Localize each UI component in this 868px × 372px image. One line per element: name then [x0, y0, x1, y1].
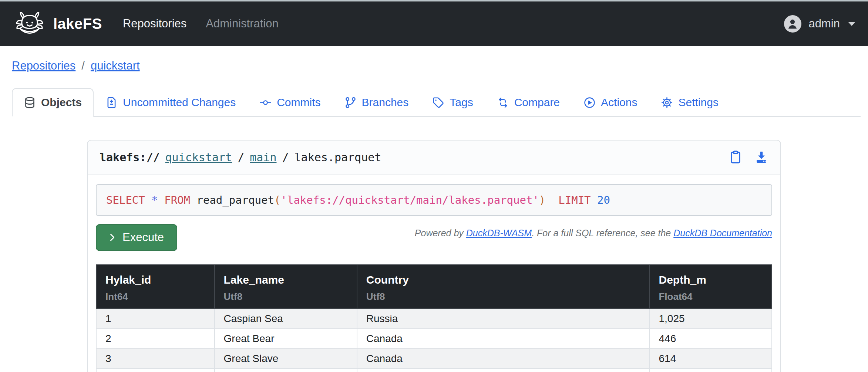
powered-by-middle: . For a full SQL reference, see the	[532, 228, 673, 238]
column-type: Utf8	[366, 291, 640, 302]
table-cell: 446	[649, 329, 772, 349]
breadcrumb-link-quickstart[interactable]: quickstart	[91, 59, 140, 72]
table-cell: Caspian Sea	[215, 309, 357, 329]
tab-label: Commits	[277, 96, 320, 109]
axolotl-logo-icon	[13, 9, 47, 38]
table-row: 1Caspian SeaRussia1,025	[96, 309, 772, 329]
object-path: lakefs:// quickstart / main / lakes.parq…	[100, 151, 381, 164]
database-icon	[24, 97, 36, 109]
path-ref-link[interactable]: main	[250, 151, 276, 164]
path-separator: /	[238, 151, 244, 164]
powered-by-prefix: Powered by	[415, 228, 466, 238]
sql-token-plain	[145, 194, 151, 206]
breadcrumb: Repositories/quickstart	[0, 46, 868, 72]
object-path-header: lakefs:// quickstart / main / lakes.parq…	[88, 141, 780, 175]
branch-icon	[344, 97, 357, 109]
tab-actions[interactable]: Actions	[572, 88, 649, 117]
sql-token-keyword: LIMIT	[558, 194, 591, 206]
user-menu[interactable]: admin	[784, 15, 855, 33]
duckdb-docs-link[interactable]: DuckDB Documentation	[673, 228, 772, 238]
tab-objects[interactable]: Objects	[12, 88, 94, 117]
nav-link-repositories[interactable]: Repositories	[123, 17, 186, 30]
tab-label: Compare	[514, 96, 560, 109]
column-name: Country	[366, 273, 640, 287]
sql-token-paren: (	[274, 194, 280, 206]
tab-label: Branches	[362, 96, 409, 109]
download-icon[interactable]	[754, 150, 768, 164]
tab-label: Uncommitted Changes	[123, 96, 236, 109]
chevron-right-icon	[107, 232, 117, 243]
table-cell: Canada	[357, 369, 650, 372]
object-actions	[729, 150, 768, 164]
table-cell: 614	[649, 349, 772, 369]
user-avatar	[784, 15, 801, 33]
sql-token-keyword: FROM	[164, 194, 190, 206]
sql-token-plain: read_parquet	[190, 194, 274, 206]
column-header-hylak-id: Hylak_idInt64	[96, 265, 215, 309]
repo-tab-bar: ObjectsUncommitted ChangesCommitsBranche…	[12, 88, 861, 117]
execute-label: Execute	[122, 231, 164, 244]
tab-branches[interactable]: Branches	[333, 88, 421, 117]
column-type: Utf8	[224, 291, 348, 302]
top-navbar: lakeFS RepositoriesAdministration admin	[0, 1, 868, 46]
column-name: Depth_m	[659, 273, 763, 287]
table-cell: 3	[96, 349, 215, 369]
execute-button[interactable]: Execute	[96, 224, 177, 251]
table-cell: Russia	[357, 309, 650, 329]
sql-token-plain	[158, 194, 164, 206]
table-cell: 4	[96, 369, 215, 372]
chevron-down-icon	[848, 22, 855, 26]
breadcrumb-link-repositories[interactable]: Repositories	[12, 59, 75, 72]
column-type: Float64	[659, 291, 763, 302]
table-cell: Canada	[357, 349, 650, 369]
lakefs-app-window: lakeFS RepositoriesAdministration admin …	[0, 0, 868, 372]
brand-title: lakeFS	[53, 16, 102, 32]
copy-icon[interactable]	[729, 150, 743, 164]
sql-token-plain	[545, 194, 558, 206]
sql-token-string: 'lakefs://quickstart/main/lakes.parquet'	[280, 194, 539, 206]
tab-label: Tags	[450, 96, 473, 109]
sql-token-number: 20	[597, 194, 610, 206]
tab-label: Settings	[678, 96, 718, 109]
sql-token-plain	[591, 194, 597, 206]
tab-label: Actions	[601, 96, 637, 109]
tab-commits[interactable]: Commits	[248, 88, 332, 117]
nav-link-administration[interactable]: Administration	[206, 17, 278, 30]
user-name: admin	[809, 17, 840, 30]
path-scheme: lakefs://	[100, 151, 160, 164]
table-row: 4WinnipegCanada36	[96, 369, 772, 372]
table-row: 3Great SlaveCanada614	[96, 349, 772, 369]
path-repo-link[interactable]: quickstart	[165, 151, 232, 164]
tag-icon	[432, 97, 444, 109]
tab-settings[interactable]: Settings	[649, 88, 730, 117]
compare-icon	[497, 97, 509, 109]
commit-icon	[259, 97, 272, 109]
sql-editor[interactable]: SELECT * FROM read_parquet('lakefs://qui…	[96, 184, 772, 216]
tab-uncommitted-changes[interactable]: Uncommitted Changes	[94, 88, 248, 117]
main-nav: RepositoriesAdministration	[123, 17, 279, 30]
column-header-country: CountryUtf8	[357, 265, 650, 309]
table-cell: Canada	[357, 329, 650, 349]
table-cell: Great Bear	[215, 329, 357, 349]
lakefs-brand[interactable]: lakeFS	[13, 9, 102, 38]
sql-token-paren: )	[539, 194, 545, 206]
column-name: Lake_name	[224, 273, 348, 287]
sql-token-keyword: SELECT	[106, 194, 145, 206]
table-cell: 2	[96, 329, 215, 349]
column-type: Int64	[105, 291, 205, 302]
gear-icon	[661, 97, 673, 109]
tab-label: Objects	[41, 96, 82, 109]
path-object-name: lakes.parquet	[295, 151, 381, 164]
object-viewer-body: SELECT * FROM read_parquet('lakefs://qui…	[88, 175, 780, 372]
sql-token-operator: *	[151, 194, 158, 206]
column-header-lake-name: Lake_nameUtf8	[215, 265, 357, 309]
powered-by-note: Powered by DuckDB-WASM. For a full SQL r…	[415, 228, 772, 239]
play-circle-icon	[583, 97, 596, 109]
breadcrumb-separator: /	[81, 59, 85, 72]
query-results-table: Hylak_idInt64Lake_nameUtf8CountryUtf8Dep…	[96, 264, 772, 372]
table-cell: Winnipeg	[215, 369, 357, 372]
duckdb-wasm-link[interactable]: DuckDB-WASM	[466, 228, 532, 238]
tab-tags[interactable]: Tags	[420, 88, 485, 117]
results-body: 1Caspian SeaRussia1,0252Great BearCanada…	[96, 309, 772, 372]
tab-compare[interactable]: Compare	[485, 88, 572, 117]
